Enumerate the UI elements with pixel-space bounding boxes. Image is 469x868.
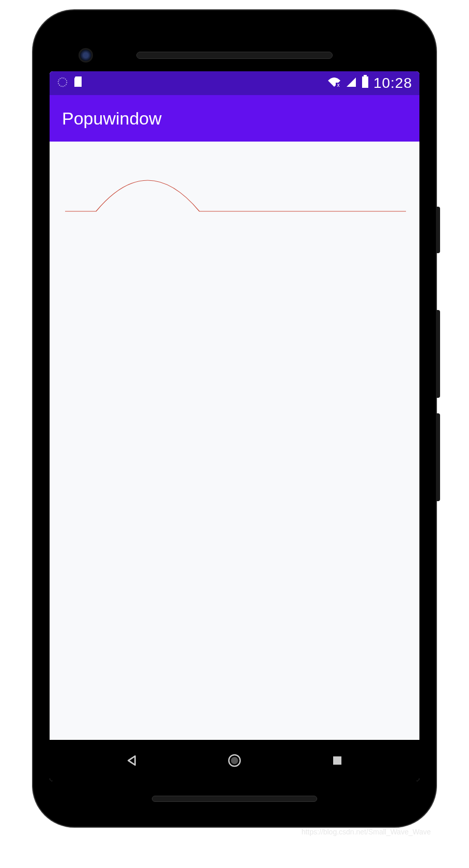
phone-bezel: x 10:28 Popuwindow <box>42 20 427 817</box>
app-title: Popuwindow <box>62 109 162 129</box>
circle-icon <box>57 75 68 91</box>
battery-full-icon <box>361 75 369 92</box>
svg-rect-3 <box>364 75 367 76</box>
status-left <box>57 75 84 91</box>
content-area <box>50 142 419 740</box>
bottom-speaker <box>152 796 317 802</box>
screen: x 10:28 Popuwindow <box>50 71 419 781</box>
status-bar[interactable]: x 10:28 <box>50 71 419 95</box>
app-bar: Popuwindow <box>50 95 419 142</box>
svg-point-0 <box>58 78 67 86</box>
volume-down-button <box>436 413 440 501</box>
wifi-no-internet-icon: x <box>327 75 341 91</box>
back-button[interactable] <box>122 751 141 770</box>
svg-rect-4 <box>362 76 368 88</box>
status-time: 10:28 <box>373 75 412 91</box>
svg-rect-7 <box>333 756 341 765</box>
home-button[interactable] <box>225 751 244 770</box>
status-right: x 10:28 <box>327 75 412 92</box>
arc-path-canvas <box>60 162 411 224</box>
earpiece-speaker <box>136 52 333 59</box>
navigation-bar <box>50 740 419 781</box>
cell-signal-icon <box>346 75 357 91</box>
sd-card-icon <box>73 75 84 91</box>
phone-frame: x 10:28 Popuwindow <box>33 10 436 827</box>
svg-text:x: x <box>337 82 339 88</box>
front-camera <box>79 48 93 63</box>
recent-apps-button[interactable] <box>328 751 347 770</box>
volume-up-button <box>436 310 440 398</box>
watermark-text: https://blog.csdn.net/Small_Wave_Wave <box>302 828 431 836</box>
svg-point-6 <box>231 757 238 764</box>
power-button <box>436 207 440 253</box>
